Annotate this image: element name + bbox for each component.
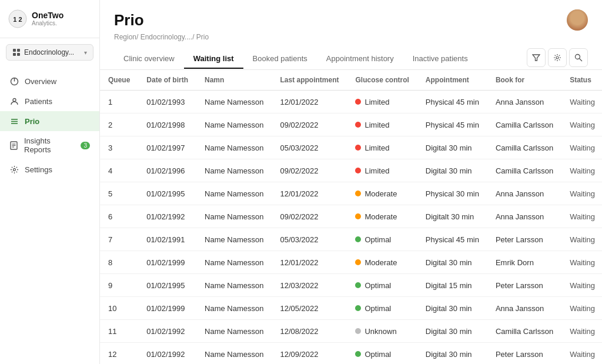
table-row: 3 01/02/1997 Name Namesson 05/03/2022 Li… (100, 136, 602, 159)
cell-book-for: Camilla Carlsson (487, 159, 561, 182)
cell-appointment: Digitalt 30 min (417, 205, 487, 228)
tab-booked-patients[interactable]: Booked patients (243, 49, 317, 69)
overview-icon (9, 76, 19, 86)
cell-dob: 01/02/1992 (138, 320, 196, 343)
cell-dob: 01/02/1992 (138, 343, 196, 365)
table-row: 7 01/02/1991 Name Namesson 05/03/2022 Op… (100, 228, 602, 251)
cell-name: Name Namesson (196, 343, 272, 365)
cell-appointment: Digital 30 min (417, 343, 487, 365)
cell-status: Waiting (561, 274, 602, 297)
search-button[interactable] (569, 48, 588, 67)
dept-selector[interactable]: Endocrinology... ▾ (6, 44, 93, 61)
table-header-row: Queue Date of birth Namn Last appointmen… (100, 70, 602, 91)
logo-text: OneTwo Analytics. (32, 11, 63, 26)
sidebar-item-prio[interactable]: Prio (0, 111, 99, 131)
tab-appointment-history[interactable]: Appointment history (317, 49, 403, 69)
cell-dob: 01/02/1999 (138, 251, 196, 274)
sidebar-item-prio-label: Prio (25, 117, 39, 126)
svg-point-19 (576, 55, 580, 59)
cell-name: Name Namesson (196, 159, 272, 182)
cell-name: Name Namesson (196, 91, 272, 113)
sidebar-item-patients[interactable]: Patients (0, 91, 99, 111)
cell-name: Name Namesson (196, 297, 272, 320)
cell-book-for: Camilla Carlsson (487, 320, 561, 343)
glucose-label: Optimal (364, 350, 391, 359)
cell-name: Name Namesson (196, 251, 272, 274)
chevron-down-icon: ▾ (84, 49, 87, 56)
glucose-dot (355, 168, 361, 173)
glucose-label: Optimal (364, 235, 391, 244)
glucose-dot (355, 259, 361, 265)
cell-name: Name Namesson (196, 228, 272, 251)
cell-status: Waiting (561, 297, 602, 320)
cell-queue: 11 (100, 320, 138, 343)
logo-icon: 1 2 (8, 9, 27, 28)
cell-glucose: Optimal (347, 343, 417, 365)
search-icon (574, 54, 583, 62)
cell-last-appt: 12/01/2022 (272, 91, 347, 113)
col-header-appointment: Appointment (417, 70, 487, 91)
cell-dob: 01/02/1996 (138, 159, 196, 182)
cell-glucose: Limited (347, 91, 417, 113)
cell-glucose: Limited (347, 159, 417, 182)
table-row: 9 01/02/1995 Name Namesson 12/03/2022 Op… (100, 274, 602, 297)
prio-icon (9, 116, 19, 126)
glucose-label: Optimal (364, 281, 391, 290)
cell-appointment: Digital 30 min (417, 297, 487, 320)
cell-last-appt: 05/03/2022 (272, 136, 347, 159)
glucose-label: Limited (364, 166, 389, 175)
cell-queue: 3 (100, 136, 138, 159)
sidebar-item-settings-label: Settings (25, 165, 52, 174)
col-header-dob: Date of birth (138, 70, 196, 91)
cell-status: Waiting (561, 343, 602, 365)
svg-rect-2 (13, 49, 16, 52)
avatar[interactable] (567, 9, 588, 31)
sidebar-item-overview[interactable]: Overview (0, 71, 99, 91)
table-row: 4 01/02/1996 Name Namesson 09/02/2022 Li… (100, 159, 602, 182)
table-row: 8 01/02/1999 Name Namesson 12/01/2022 Mo… (100, 251, 602, 274)
cell-dob: 01/02/1995 (138, 274, 196, 297)
filter-button[interactable] (527, 48, 546, 67)
sidebar-item-insights[interactable]: Insights Reports 3 (0, 131, 99, 159)
cell-name: Name Namesson (196, 205, 272, 228)
cell-glucose: Moderate (347, 251, 417, 274)
filter-icon (532, 54, 540, 62)
cell-dob: 01/02/1993 (138, 91, 196, 113)
sidebar-item-settings[interactable]: Settings (0, 159, 99, 179)
nav-section: Overview Patients Prio Insights Reports … (0, 66, 99, 364)
cell-queue: 8 (100, 251, 138, 274)
glucose-label: Limited (364, 98, 389, 106)
cell-queue: 5 (100, 182, 138, 205)
cell-appointment: Physical 45 min (417, 228, 487, 251)
glucose-label: Moderate (364, 212, 397, 221)
table-body: 1 01/02/1993 Name Namesson 12/01/2022 Li… (100, 91, 602, 365)
svg-rect-5 (17, 53, 20, 56)
cell-last-appt: 12/08/2022 (272, 320, 347, 343)
insights-icon (9, 141, 18, 150)
gear-button[interactable] (548, 48, 567, 67)
cell-book-for: Anna Jansson (487, 182, 561, 205)
logo-main-text: OneTwo (32, 11, 63, 20)
logo-area: 1 2 OneTwo Analytics. (0, 0, 99, 38)
cell-queue: 12 (100, 343, 138, 365)
glucose-dot (355, 191, 361, 196)
cell-dob: 01/02/1995 (138, 182, 196, 205)
tab-waiting-list[interactable]: Waiting list (184, 49, 243, 69)
cell-appointment: Digital 30 min (417, 251, 487, 274)
glucose-dot (355, 236, 361, 242)
sidebar-item-insights-label: Insights Reports (24, 136, 72, 154)
cell-book-for: Camilla Carlsson (487, 136, 561, 159)
glucose-label: Optimal (364, 304, 391, 313)
tab-inactive-patients[interactable]: Inactive patients (403, 49, 477, 69)
glucose-dot (355, 145, 361, 151)
cell-dob: 01/02/1999 (138, 297, 196, 320)
glucose-dot (355, 351, 361, 357)
cell-glucose: Moderate (347, 182, 417, 205)
glucose-dot (355, 99, 361, 105)
col-header-last-appt: Last appointment (272, 70, 347, 91)
grid-icon (12, 48, 21, 56)
cell-appointment: Digital 30 min (417, 320, 487, 343)
tab-clinic-overview[interactable]: Clinic overview (114, 49, 184, 69)
cell-dob: 01/02/1992 (138, 205, 196, 228)
svg-point-8 (13, 98, 16, 101)
